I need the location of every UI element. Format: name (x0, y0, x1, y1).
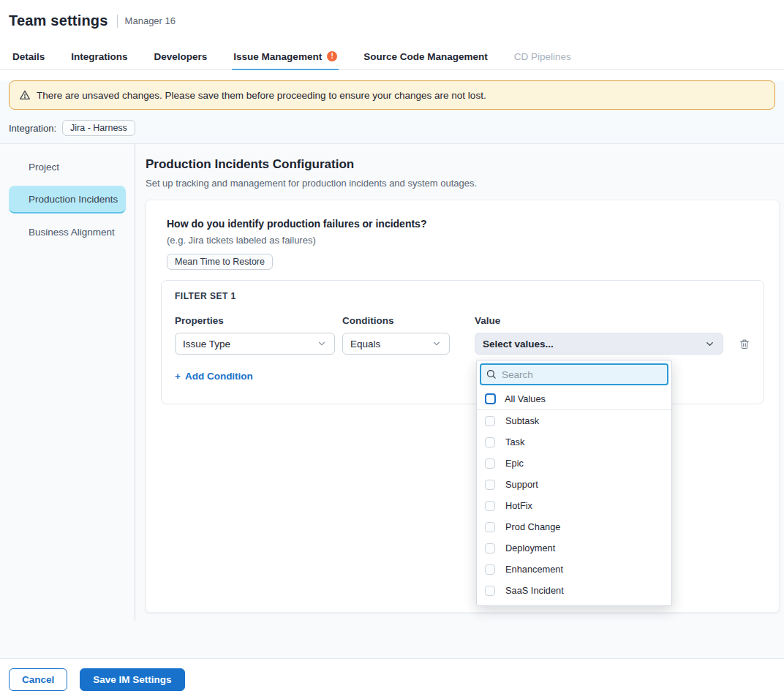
section-subtitle: Set up tracking and management for produ… (146, 178, 780, 189)
filter-column-headers: Properties Conditions Value (175, 315, 750, 326)
filter-set-title: FILTER SET 1 (175, 291, 750, 301)
option-support[interactable]: Support (480, 474, 668, 495)
properties-header: Properties (175, 315, 335, 326)
title-divider (117, 15, 118, 28)
main-panel: Production Incidents Configuration Set u… (135, 144, 784, 658)
integration-chip[interactable]: Jira - Harness (62, 120, 135, 136)
option-enhancement[interactable]: Enhancement (480, 559, 668, 580)
sidebar-item-production-incidents[interactable]: Production Incidents (9, 186, 126, 214)
checkbox[interactable] (485, 522, 495, 532)
configuration-card: How do you identify production failures … (146, 200, 780, 613)
option-subtask[interactable]: Subtask (480, 410, 668, 431)
checkbox[interactable] (485, 501, 495, 511)
plus-icon: + (175, 371, 181, 382)
tab-issue-management[interactable]: Issue Management ! (233, 42, 337, 69)
tab-cd-pipelines: CD Pipelines (514, 42, 571, 69)
option-saas-incident[interactable]: SaaS Incident (480, 580, 668, 601)
checkbox[interactable] (485, 437, 495, 447)
footer-bar: Cancel Save IM Settings (0, 658, 784, 699)
chevron-down-icon (431, 339, 442, 349)
checkbox[interactable] (485, 543, 495, 553)
team-name: Manager 16 (125, 15, 176, 26)
value-dropdown-panel: All Values Subtask Task Epic Support Hot… (476, 360, 672, 606)
page-header: Team settings Manager 16 (0, 0, 784, 42)
metric-chip[interactable]: Mean Time to Restore (167, 254, 273, 270)
checkbox[interactable] (485, 416, 495, 426)
value-multiselect[interactable]: Select values... (475, 333, 723, 355)
page-body: There are unsaved changes. Please save t… (0, 80, 784, 658)
chevron-down-icon (704, 339, 715, 350)
filter-row: Issue Type Equals (175, 333, 750, 355)
option-epic[interactable]: Epic (480, 453, 668, 474)
checkbox[interactable] (485, 586, 495, 596)
condition-select[interactable]: Equals (342, 333, 450, 355)
filter-set-box: FILTER SET 1 Properties Conditions Value… (161, 280, 764, 404)
save-im-settings-button[interactable]: Save IM Settings (80, 668, 184, 691)
sidebar-item-project[interactable]: Project (9, 153, 126, 181)
chevron-down-icon (317, 339, 327, 349)
option-prod-change[interactable]: Prod Change (480, 516, 668, 537)
delete-filter-button[interactable] (739, 338, 750, 350)
question-title: How do you identify production failures … (167, 218, 764, 230)
integration-label: Integration: (9, 123, 56, 134)
checkbox[interactable] (485, 480, 495, 490)
cancel-button[interactable]: Cancel (9, 668, 67, 691)
checkbox[interactable] (485, 564, 495, 575)
option-task[interactable]: Task (480, 431, 668, 453)
option-hotfix[interactable]: HotFix (480, 495, 668, 516)
page-title: Team settings (9, 12, 108, 29)
warning-triangle-icon (19, 89, 31, 101)
checkbox[interactable] (485, 458, 495, 469)
unsaved-alert-badge-icon: ! (327, 51, 337, 61)
value-search-input[interactable] (480, 363, 668, 385)
value-header: Value (475, 315, 723, 326)
option-customer-notification[interactable]: Customer Notification (480, 601, 668, 606)
content-area: Project Production Incidents Business Al… (0, 143, 784, 658)
tab-bar: Details Integrations Developers Issue Ma… (0, 42, 784, 70)
tab-developers[interactable]: Developers (154, 42, 208, 69)
tab-details[interactable]: Details (12, 42, 45, 69)
search-icon (486, 369, 497, 379)
unsaved-changes-banner: There are unsaved changes. Please save t… (9, 80, 775, 110)
section-title: Production Incidents Configuration (146, 157, 780, 172)
settings-sidebar: Project Production Incidents Business Al… (0, 144, 135, 621)
conditions-header: Conditions (342, 315, 450, 326)
tab-integrations[interactable]: Integrations (71, 42, 127, 69)
option-all-values[interactable]: All Values (480, 388, 668, 409)
property-select[interactable]: Issue Type (175, 333, 335, 355)
question-block: How do you identify production failures … (161, 218, 764, 270)
banner-text: There are unsaved changes. Please save t… (37, 90, 486, 101)
option-deployment[interactable]: Deployment (480, 537, 668, 559)
question-hint: (e.g. Jira tickets labeled as failures) (167, 235, 764, 246)
all-values-checkbox[interactable] (485, 393, 496, 404)
add-condition-button[interactable]: + Add Condition (175, 371, 253, 382)
integration-row: Integration: Jira - Harness (0, 110, 784, 143)
tab-source-code-management[interactable]: Source Code Management (363, 42, 488, 69)
sidebar-item-business-alignment[interactable]: Business Alignment (9, 218, 126, 246)
